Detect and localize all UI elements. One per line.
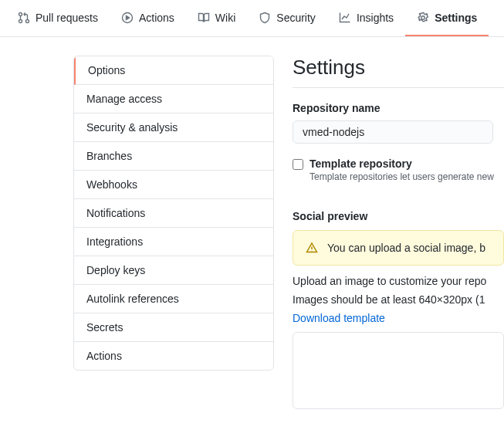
git-pull-request-icon (18, 12, 30, 24)
tab-label: Security (276, 12, 316, 24)
download-template-link[interactable]: Download template (293, 312, 385, 324)
svg-point-2 (26, 19, 29, 22)
sidebar-item-manage-access[interactable]: Manage access (74, 85, 273, 113)
page-title: Settings (293, 56, 504, 88)
sidebar-item-branches[interactable]: Branches (74, 142, 273, 171)
template-repo-desc: Template repositories let users generate… (310, 171, 494, 182)
tab-security[interactable]: Security (247, 0, 327, 36)
sidebar-item-webhooks[interactable]: Webhooks (74, 171, 273, 199)
tab-label: Insights (357, 12, 394, 24)
alert-icon (306, 242, 318, 254)
tab-insights[interactable]: Insights (327, 0, 405, 36)
sidebar-item-actions[interactable]: Actions (74, 342, 273, 370)
template-repo-checkbox[interactable] (293, 159, 303, 170)
svg-point-5 (311, 250, 312, 251)
tab-label: Settings (435, 12, 477, 24)
tab-label: Wiki (215, 12, 235, 24)
tab-settings[interactable]: Settings (405, 0, 489, 36)
sidebar-item-notifications[interactable]: Notifications (74, 199, 273, 228)
upload-hint: Upload an image to customize your repo (293, 275, 504, 287)
tab-pull-requests[interactable]: Pull requests (6, 0, 110, 36)
play-icon (121, 12, 134, 24)
repo-name-input[interactable] (293, 120, 493, 144)
shield-icon (259, 12, 271, 24)
social-preview-warning: You can upload a social image, b (293, 230, 504, 266)
repo-tabnav: Pull requests Actions Wiki Security Insi… (0, 0, 504, 37)
sidebar-item-integrations[interactable]: Integrations (74, 228, 273, 256)
repo-name-label: Repository name (293, 102, 504, 114)
settings-menu: Options Manage access Security & analysi… (73, 56, 274, 371)
main-layout: Options Manage access Security & analysi… (0, 37, 504, 409)
graph-icon (339, 12, 351, 24)
tab-wiki[interactable]: Wiki (186, 0, 247, 36)
sidebar-item-autolink-references[interactable]: Autolink references (74, 285, 273, 313)
social-preview-heading: Social preview (293, 210, 504, 222)
gear-icon (417, 12, 429, 24)
settings-sidebar: Options Manage access Security & analysi… (73, 56, 274, 409)
tab-actions[interactable]: Actions (110, 0, 186, 36)
sidebar-item-secrets[interactable]: Secrets (74, 313, 273, 342)
settings-content: Settings Repository name Template reposi… (293, 56, 504, 409)
svg-point-0 (19, 12, 22, 15)
sidebar-item-options[interactable]: Options (74, 56, 273, 85)
sidebar-item-security-analysis[interactable]: Security & analysis (74, 113, 273, 142)
template-repo-row: Template repository Template repositorie… (293, 157, 504, 182)
sidebar-item-deploy-keys[interactable]: Deploy keys (74, 256, 273, 285)
warning-text: You can upload a social image, b (327, 242, 485, 254)
svg-point-4 (421, 15, 425, 19)
svg-point-1 (19, 19, 22, 22)
image-upload-area[interactable] (293, 332, 504, 409)
image-size-hint: Images should be at least 640×320px (1 (293, 293, 504, 306)
template-repo-label: Template repository (310, 157, 494, 170)
tab-label: Pull requests (36, 12, 98, 24)
book-icon (198, 12, 210, 24)
tab-label: Actions (139, 12, 174, 24)
